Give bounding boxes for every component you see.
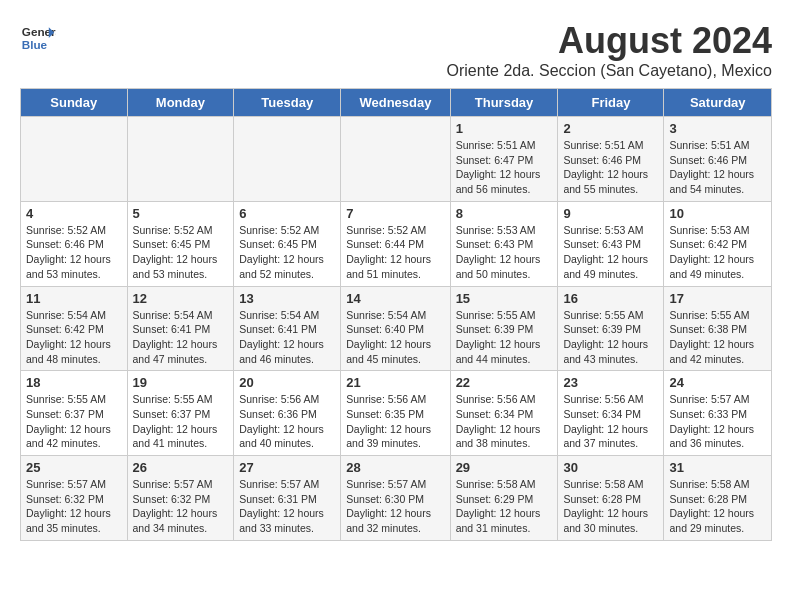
day-number: 17 — [669, 291, 766, 306]
calendar-cell: 23Sunrise: 5:56 AMSunset: 6:34 PMDayligh… — [558, 371, 664, 456]
calendar-cell: 8Sunrise: 5:53 AMSunset: 6:43 PMDaylight… — [450, 201, 558, 286]
logo-icon: General Blue — [20, 20, 56, 56]
day-number: 16 — [563, 291, 658, 306]
calendar-cell: 29Sunrise: 5:58 AMSunset: 6:29 PMDayligh… — [450, 456, 558, 541]
day-info: Sunrise: 5:58 AMSunset: 6:28 PMDaylight:… — [669, 477, 766, 536]
calendar-cell: 16Sunrise: 5:55 AMSunset: 6:39 PMDayligh… — [558, 286, 664, 371]
calendar-cell — [127, 117, 234, 202]
calendar-cell: 12Sunrise: 5:54 AMSunset: 6:41 PMDayligh… — [127, 286, 234, 371]
day-info: Sunrise: 5:57 AMSunset: 6:33 PMDaylight:… — [669, 392, 766, 451]
day-info: Sunrise: 5:55 AMSunset: 6:38 PMDaylight:… — [669, 308, 766, 367]
calendar-week-row: 25Sunrise: 5:57 AMSunset: 6:32 PMDayligh… — [21, 456, 772, 541]
header-day-monday: Monday — [127, 89, 234, 117]
day-number: 11 — [26, 291, 122, 306]
day-info: Sunrise: 5:58 AMSunset: 6:28 PMDaylight:… — [563, 477, 658, 536]
day-info: Sunrise: 5:54 AMSunset: 6:40 PMDaylight:… — [346, 308, 444, 367]
day-number: 28 — [346, 460, 444, 475]
day-info: Sunrise: 5:51 AMSunset: 6:46 PMDaylight:… — [563, 138, 658, 197]
day-number: 2 — [563, 121, 658, 136]
calendar-cell: 11Sunrise: 5:54 AMSunset: 6:42 PMDayligh… — [21, 286, 128, 371]
calendar-cell: 10Sunrise: 5:53 AMSunset: 6:42 PMDayligh… — [664, 201, 772, 286]
calendar-cell: 27Sunrise: 5:57 AMSunset: 6:31 PMDayligh… — [234, 456, 341, 541]
day-number: 25 — [26, 460, 122, 475]
day-number: 30 — [563, 460, 658, 475]
header-day-saturday: Saturday — [664, 89, 772, 117]
day-info: Sunrise: 5:55 AMSunset: 6:39 PMDaylight:… — [456, 308, 553, 367]
calendar-cell: 7Sunrise: 5:52 AMSunset: 6:44 PMDaylight… — [341, 201, 450, 286]
day-number: 14 — [346, 291, 444, 306]
header-day-wednesday: Wednesday — [341, 89, 450, 117]
calendar-week-row: 1Sunrise: 5:51 AMSunset: 6:47 PMDaylight… — [21, 117, 772, 202]
logo: General Blue — [20, 20, 56, 56]
header-day-tuesday: Tuesday — [234, 89, 341, 117]
day-number: 6 — [239, 206, 335, 221]
day-info: Sunrise: 5:52 AMSunset: 6:45 PMDaylight:… — [133, 223, 229, 282]
day-number: 9 — [563, 206, 658, 221]
calendar-cell: 13Sunrise: 5:54 AMSunset: 6:41 PMDayligh… — [234, 286, 341, 371]
day-info: Sunrise: 5:57 AMSunset: 6:30 PMDaylight:… — [346, 477, 444, 536]
header-day-thursday: Thursday — [450, 89, 558, 117]
day-number: 24 — [669, 375, 766, 390]
day-info: Sunrise: 5:52 AMSunset: 6:46 PMDaylight:… — [26, 223, 122, 282]
day-number: 8 — [456, 206, 553, 221]
calendar-cell: 6Sunrise: 5:52 AMSunset: 6:45 PMDaylight… — [234, 201, 341, 286]
calendar-cell: 9Sunrise: 5:53 AMSunset: 6:43 PMDaylight… — [558, 201, 664, 286]
calendar-cell: 5Sunrise: 5:52 AMSunset: 6:45 PMDaylight… — [127, 201, 234, 286]
day-info: Sunrise: 5:53 AMSunset: 6:43 PMDaylight:… — [456, 223, 553, 282]
day-number: 18 — [26, 375, 122, 390]
day-number: 4 — [26, 206, 122, 221]
svg-text:Blue: Blue — [22, 38, 48, 51]
day-number: 3 — [669, 121, 766, 136]
header-day-friday: Friday — [558, 89, 664, 117]
calendar-cell: 19Sunrise: 5:55 AMSunset: 6:37 PMDayligh… — [127, 371, 234, 456]
day-number: 10 — [669, 206, 766, 221]
day-number: 21 — [346, 375, 444, 390]
calendar-cell: 22Sunrise: 5:56 AMSunset: 6:34 PMDayligh… — [450, 371, 558, 456]
day-info: Sunrise: 5:51 AMSunset: 6:47 PMDaylight:… — [456, 138, 553, 197]
day-info: Sunrise: 5:54 AMSunset: 6:42 PMDaylight:… — [26, 308, 122, 367]
day-info: Sunrise: 5:54 AMSunset: 6:41 PMDaylight:… — [239, 308, 335, 367]
day-info: Sunrise: 5:54 AMSunset: 6:41 PMDaylight:… — [133, 308, 229, 367]
title-area: August 2024 Oriente 2da. Seccion (San Ca… — [447, 20, 773, 80]
page-subtitle: Oriente 2da. Seccion (San Cayetano), Mex… — [447, 62, 773, 80]
day-info: Sunrise: 5:53 AMSunset: 6:42 PMDaylight:… — [669, 223, 766, 282]
day-info: Sunrise: 5:58 AMSunset: 6:29 PMDaylight:… — [456, 477, 553, 536]
calendar-cell: 20Sunrise: 5:56 AMSunset: 6:36 PMDayligh… — [234, 371, 341, 456]
day-number: 29 — [456, 460, 553, 475]
calendar-table: SundayMondayTuesdayWednesdayThursdayFrid… — [20, 88, 772, 541]
day-info: Sunrise: 5:55 AMSunset: 6:37 PMDaylight:… — [26, 392, 122, 451]
day-info: Sunrise: 5:55 AMSunset: 6:37 PMDaylight:… — [133, 392, 229, 451]
day-info: Sunrise: 5:56 AMSunset: 6:34 PMDaylight:… — [563, 392, 658, 451]
calendar-header-row: SundayMondayTuesdayWednesdayThursdayFrid… — [21, 89, 772, 117]
day-number: 7 — [346, 206, 444, 221]
day-number: 23 — [563, 375, 658, 390]
header-day-sunday: Sunday — [21, 89, 128, 117]
calendar-cell: 30Sunrise: 5:58 AMSunset: 6:28 PMDayligh… — [558, 456, 664, 541]
calendar-cell — [341, 117, 450, 202]
day-number: 19 — [133, 375, 229, 390]
calendar-cell: 21Sunrise: 5:56 AMSunset: 6:35 PMDayligh… — [341, 371, 450, 456]
day-number: 22 — [456, 375, 553, 390]
calendar-cell — [234, 117, 341, 202]
calendar-week-row: 4Sunrise: 5:52 AMSunset: 6:46 PMDaylight… — [21, 201, 772, 286]
calendar-cell — [21, 117, 128, 202]
calendar-week-row: 11Sunrise: 5:54 AMSunset: 6:42 PMDayligh… — [21, 286, 772, 371]
calendar-cell: 4Sunrise: 5:52 AMSunset: 6:46 PMDaylight… — [21, 201, 128, 286]
page-title: August 2024 — [447, 20, 773, 62]
calendar-cell: 28Sunrise: 5:57 AMSunset: 6:30 PMDayligh… — [341, 456, 450, 541]
calendar-cell: 26Sunrise: 5:57 AMSunset: 6:32 PMDayligh… — [127, 456, 234, 541]
calendar-cell: 31Sunrise: 5:58 AMSunset: 6:28 PMDayligh… — [664, 456, 772, 541]
day-number: 27 — [239, 460, 335, 475]
day-number: 26 — [133, 460, 229, 475]
calendar-cell: 24Sunrise: 5:57 AMSunset: 6:33 PMDayligh… — [664, 371, 772, 456]
calendar-cell: 14Sunrise: 5:54 AMSunset: 6:40 PMDayligh… — [341, 286, 450, 371]
day-info: Sunrise: 5:55 AMSunset: 6:39 PMDaylight:… — [563, 308, 658, 367]
day-info: Sunrise: 5:52 AMSunset: 6:44 PMDaylight:… — [346, 223, 444, 282]
day-number: 13 — [239, 291, 335, 306]
day-info: Sunrise: 5:51 AMSunset: 6:46 PMDaylight:… — [669, 138, 766, 197]
calendar-cell: 3Sunrise: 5:51 AMSunset: 6:46 PMDaylight… — [664, 117, 772, 202]
calendar-cell: 18Sunrise: 5:55 AMSunset: 6:37 PMDayligh… — [21, 371, 128, 456]
day-info: Sunrise: 5:57 AMSunset: 6:32 PMDaylight:… — [133, 477, 229, 536]
day-info: Sunrise: 5:52 AMSunset: 6:45 PMDaylight:… — [239, 223, 335, 282]
calendar-week-row: 18Sunrise: 5:55 AMSunset: 6:37 PMDayligh… — [21, 371, 772, 456]
